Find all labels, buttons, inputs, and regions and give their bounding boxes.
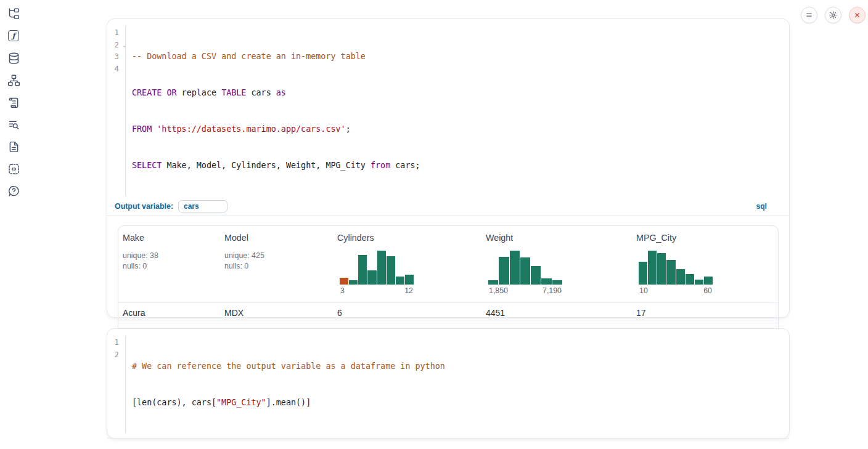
column-header-model[interactable]: Model unique: 425 nulls: 0 [220,226,333,302]
line-number-gutter: 1 2 [107,336,126,433]
hist-bar [666,260,675,285]
cylinders-histogram: 3 12 [340,251,414,295]
hist-bar [695,280,703,285]
hist-bar [686,274,694,285]
table-row[interactable]: Acura MDX 6 4451 17 [118,302,778,323]
histogram-axis: 3 12 [340,286,414,295]
table-cell: MDX [220,308,333,318]
hist-bar [405,275,414,285]
hist-bar [488,280,498,285]
dependency-graph-icon [7,74,20,87]
weight-histogram: 1,850 7,190 [488,251,562,295]
histogram-bars [639,251,713,285]
code-line: # We can reference the output variable a… [132,360,445,373]
hist-bar [657,253,666,285]
column-label: Weight [486,233,628,243]
table-header: Make unique: 38 nulls: 0 Model unique: 4… [118,226,778,302]
code-token: FROM [132,124,152,134]
column-header-cylinders[interactable]: Cylinders 3 12 [333,226,481,302]
language-badge: sql [756,202,767,211]
code-token: cars [246,88,276,97]
sql-code-editor[interactable]: 1 2⌄ 3 4 -- Download a CSV and create an… [107,19,789,195]
datasources-icon [7,52,20,65]
code-line: [len(cars), cars["MPG_City"].mean()] [132,397,445,409]
axis-min-label: 1,850 [489,286,508,295]
collapse-chevron-icon[interactable]: ⌄ [118,447,126,449]
sql-code-lines: -- Download a CSV and create an in-memor… [126,26,420,195]
gear-icon [829,10,838,20]
code-token: as [276,88,286,97]
line-number: 1 [115,336,125,349]
variables-icon: ƒ [8,30,19,41]
unique-stat: unique: 425 [224,251,329,261]
line-number-text: 2 [115,40,119,49]
menu-button[interactable] [801,7,817,23]
column-label: MPG_City [636,233,774,243]
python-code-lines: # We can reference the output variable a… [126,336,445,433]
table-of-contents-icon [7,118,20,131]
column-label: Model [224,233,329,243]
sidebar-dependency-graph-button[interactable] [4,71,23,89]
code-token: ].mean()] [266,398,311,407]
help-icon [7,185,20,198]
tree-root-row: ⌄ [ 2 Items [118,447,778,449]
sidebar-variables-button[interactable]: ƒ [4,27,23,44]
logs-icon [7,96,20,109]
hist-bar [396,277,404,285]
code-token: # We can reference the output variable a… [132,362,445,371]
line-number: 1 [115,26,125,39]
code-token: Make, Model, Cylinders, Weight, MPG_City [162,161,371,170]
settings-button[interactable] [825,7,841,23]
hamburger-icon [805,10,814,20]
table-cell: 6 [333,308,481,318]
hist-bar [377,251,386,285]
code-token: from [371,161,390,170]
hist-bar [648,251,657,285]
file-explorer-icon [7,7,20,20]
sidebar-datasources-button[interactable] [4,49,23,67]
python-cell: 1 2 # We can reference the output variab… [107,328,790,439]
sidebar-help-button[interactable] [4,182,23,200]
code-token: -- Download a CSV and create an in-memor… [132,52,366,61]
code-token: replace [177,88,222,97]
hist-bar [676,269,685,285]
histogram-bars [340,251,414,285]
table-cell: Acura [118,308,220,318]
sidebar-file-explorer-button[interactable] [4,5,23,22]
hist-bar [367,270,376,285]
close-icon [853,10,862,20]
code-token: TABLE [221,88,246,97]
shutdown-button[interactable] [849,7,866,23]
fold-chevron-icon[interactable]: ⌄ [123,39,126,52]
axis-min-label: 3 [340,286,345,295]
hist-bar [541,278,551,285]
hist-bar [520,257,530,285]
documentation-icon [7,140,20,153]
sql-cell: 1 2⌄ 3 4 -- Download a CSV and create an… [107,18,790,318]
column-label: Make [123,233,216,243]
sidebar-documentation-button[interactable] [4,138,23,155]
nulls-stat: nulls: 0 [224,261,329,272]
code-token: cars; [390,161,420,170]
list-output-tree: ⌄ [ 2 Items 0:428 1:20.060747663551403 ] [107,439,789,449]
python-code-editor[interactable]: 1 2 # We can reference the output variab… [107,329,789,439]
column-stats: unique: 425 nulls: 0 [224,251,329,271]
column-header-weight[interactable]: Weight 1,850 7,190 [481,226,632,302]
sidebar-snippets-button[interactable] [4,160,23,177]
open-bracket: [ [126,447,131,449]
output-variable-input[interactable] [178,200,227,212]
axis-min-label: 10 [639,286,648,295]
code-token: ; [346,124,351,134]
column-header-mpg-city[interactable]: MPG_City 10 60 [632,226,778,302]
topbar-actions [801,7,866,23]
snippets-icon [7,163,20,176]
sidebar-logs-button[interactable] [4,94,23,111]
code-token: "MPG_City" [216,398,266,407]
histogram-axis: 1,850 7,190 [488,286,562,295]
hist-bar [704,277,713,285]
sidebar-table-of-contents-button[interactable] [4,116,23,133]
nulls-stat: nulls: 0 [123,261,216,272]
code-line: CREATE OR replace TABLE cars as [132,87,420,99]
column-header-make[interactable]: Make unique: 38 nulls: 0 [118,226,220,302]
hist-bar [499,257,509,285]
